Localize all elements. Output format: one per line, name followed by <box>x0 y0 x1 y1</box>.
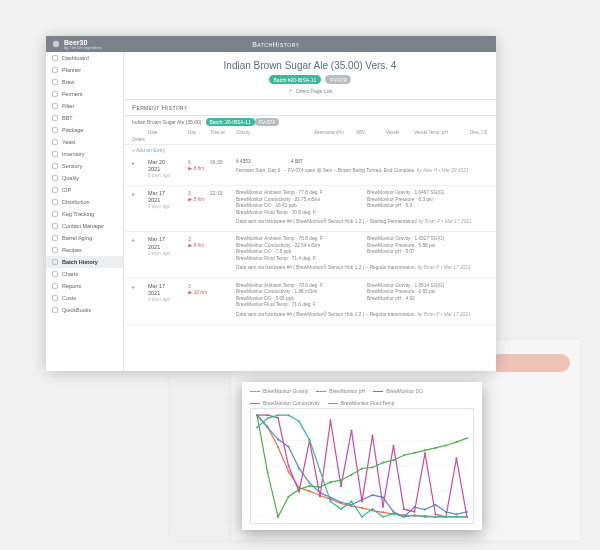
svg-point-128 <box>424 516 426 518</box>
svg-point-118 <box>319 470 321 472</box>
sidebar-item-dashboard[interactable]: Dashboard <box>46 52 123 64</box>
entries-list: ▸Mar 2020216 days ago6▶ 8 hrs06:304.4353… <box>124 155 496 371</box>
column-header <box>132 130 146 135</box>
legend-swatch <box>316 391 326 392</box>
svg-point-105 <box>403 454 405 456</box>
svg-point-73 <box>288 465 290 467</box>
svg-point-109 <box>445 444 447 446</box>
svg-point-86 <box>424 452 426 454</box>
history-entry: ▸Mar 1720219 days ago3▶ 8 hrsBrewMonitor… <box>124 232 496 278</box>
legend-item[interactable]: BrewMonitor Gravity <box>250 388 308 394</box>
sidebar-item-cip[interactable]: CIP <box>46 184 123 196</box>
svg-point-132 <box>466 516 468 518</box>
expand-icon[interactable]: ▸ <box>132 190 146 197</box>
svg-rect-17 <box>53 248 58 253</box>
svg-rect-7 <box>53 128 58 133</box>
svg-point-93 <box>277 516 279 518</box>
svg-point-127 <box>413 514 415 516</box>
brand-tagline: by The 5th Ingredient <box>64 46 102 50</box>
sensory-icon <box>52 163 58 169</box>
column-header: Vessel Temp <box>414 130 440 135</box>
entry-date: Mar 1720219 days ago <box>148 236 186 256</box>
legend-item[interactable]: BrewMonitor Conductivity <box>250 400 320 406</box>
sidebar-item-bbt[interactable]: BBT <box>46 112 123 124</box>
svg-point-131 <box>455 516 457 518</box>
svg-point-87 <box>434 513 436 515</box>
svg-point-68 <box>455 513 457 515</box>
ferment-icon <box>52 91 58 97</box>
svg-point-80 <box>361 501 363 503</box>
subline-pill: Batch: 20-IBSA-11 <box>206 118 255 126</box>
legend-swatch <box>250 403 260 404</box>
sidebar-item-brew[interactable]: Brew <box>46 76 123 88</box>
sidebar-item-charts[interactable]: Charts <box>46 268 123 280</box>
column-header: Delete <box>132 137 146 142</box>
sidebar-item-yeast[interactable]: Yeast <box>46 136 123 148</box>
reports-icon <box>52 283 58 289</box>
sidebar-item-sensory[interactable]: Sensory <box>46 160 123 172</box>
direct-link[interactable]: Direct Page Link <box>287 88 333 94</box>
svg-point-97 <box>319 486 321 488</box>
svg-rect-15 <box>53 224 58 229</box>
svg-rect-21 <box>53 296 58 301</box>
legend-item[interactable]: BrewMonitor pH <box>316 388 365 394</box>
sidebar-item-barrel-aging[interactable]: Barrel Aging <box>46 232 123 244</box>
svg-point-54 <box>309 482 311 484</box>
keg-icon <box>52 211 58 217</box>
legend-item[interactable]: BrewMonitor Fluid Temp <box>328 400 395 406</box>
sidebar-item-planner[interactable]: Planner <box>46 64 123 76</box>
entry-date: Mar 1720219 days ago <box>148 283 186 303</box>
svg-point-129 <box>434 516 436 518</box>
page-header-title: BatchHistory <box>252 41 299 48</box>
svg-point-126 <box>403 516 405 518</box>
sidebar-item-inventory[interactable]: Inventory <box>46 148 123 160</box>
legend-item[interactable]: BrewMonitor DO <box>373 388 423 394</box>
sidebar-item-reports[interactable]: Reports <box>46 280 123 292</box>
svg-rect-18 <box>53 260 58 265</box>
inventory-icon <box>52 151 58 157</box>
expand-icon[interactable]: ▸ <box>132 283 146 290</box>
svg-point-100 <box>350 474 352 476</box>
svg-rect-5 <box>53 104 58 109</box>
svg-point-99 <box>340 479 342 481</box>
svg-point-112 <box>256 426 258 428</box>
svg-point-38 <box>361 507 363 509</box>
expand-icon[interactable]: ▸ <box>132 236 146 243</box>
column-header: Attenuation(%) <box>314 130 354 135</box>
legend-swatch <box>250 391 260 392</box>
entry-day: 3▶ 10 hrs <box>188 283 208 295</box>
sidebar-item-filter[interactable]: Filter <box>46 100 123 112</box>
sidebar-item-batch-history[interactable]: Batch History <box>46 256 123 268</box>
sidebar-item-quickbooks[interactable]: QuickBooks <box>46 304 123 316</box>
svg-point-72 <box>277 417 279 419</box>
column-header: Gravity <box>236 130 276 135</box>
sidebar-item-costs[interactable]: Costs <box>46 292 123 304</box>
sidebar-item-ferment[interactable]: Ferment <box>46 88 123 100</box>
batch-subline: Indian Brown Sugar Ale (35.00) Batch: 20… <box>124 116 496 128</box>
expand-icon[interactable]: ▸ <box>132 159 146 166</box>
svg-point-65 <box>424 508 426 510</box>
svg-rect-1 <box>53 56 58 61</box>
entry-time: 06:30 <box>210 159 234 165</box>
svg-point-53 <box>298 467 300 469</box>
sidebar-item-distribution[interactable]: Distribution <box>46 196 123 208</box>
sidebar-item-contact-manager[interactable]: Contact Manager <box>46 220 123 232</box>
sidebar-item-package[interactable]: Package <box>46 124 123 136</box>
chart-plot <box>250 408 474 524</box>
cip-icon <box>52 187 58 193</box>
filter-icon <box>52 103 58 109</box>
sidebar-item-quality[interactable]: Quality <box>46 172 123 184</box>
svg-point-30 <box>277 446 279 448</box>
sidebar-item-keg-tracking[interactable]: Keg Tracking <box>46 208 123 220</box>
svg-point-110 <box>455 441 457 443</box>
brand: Beer30 by The 5th Ingredient <box>52 39 102 50</box>
svg-point-101 <box>361 467 363 469</box>
add-entry-button[interactable]: + Add an Entry <box>124 145 496 155</box>
batch-title: Indian Brown Sugar Ale (35.00) Vers. 4 <box>130 60 490 71</box>
sidebar-item-recipes[interactable]: Recipes <box>46 244 123 256</box>
svg-point-83 <box>392 445 394 447</box>
svg-point-76 <box>319 495 321 497</box>
svg-point-98 <box>330 481 332 483</box>
planner-icon <box>52 67 58 73</box>
svg-point-89 <box>455 457 457 459</box>
